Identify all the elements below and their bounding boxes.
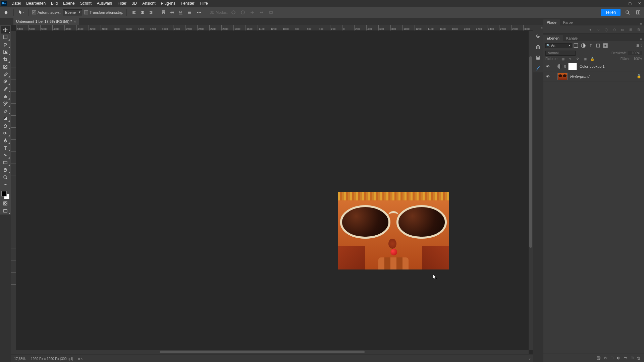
link-layers-icon[interactable]: ⛓ (597, 356, 601, 360)
scroll-left-icon[interactable]: ‹ (81, 356, 83, 361)
pen-tool[interactable] (1, 137, 10, 144)
add-mask-icon[interactable]: ◻ (610, 356, 613, 360)
lock-artboard-icon[interactable]: ▣ (582, 57, 588, 61)
align-bottom-icon[interactable] (177, 9, 184, 16)
clone-stamp-tool[interactable] (1, 93, 10, 100)
dodge-tool[interactable] (1, 129, 10, 137)
fill-input[interactable]: 100% (633, 57, 642, 61)
visibility-toggle-icon[interactable]: 👁 (545, 64, 551, 68)
filter-shape-icon[interactable] (595, 43, 601, 49)
vertical-scrollbar[interactable] (529, 31, 533, 350)
panel-menu-icon[interactable]: ≡ (638, 37, 644, 41)
menu-edit[interactable]: Bearbeiten (23, 0, 48, 6)
filter-type-icon[interactable]: T (588, 43, 594, 49)
delete-path-icon[interactable]: 🗑 (636, 27, 641, 32)
add-mask-icon[interactable]: ▭ (620, 27, 625, 32)
lock-transparency-icon[interactable]: ▦ (560, 57, 566, 61)
lock-position-icon[interactable]: ✥ (575, 57, 580, 61)
tab-channels[interactable]: Kanäle (563, 35, 581, 41)
zoom-tool[interactable] (1, 174, 10, 181)
auto-select-target-dropdown[interactable]: Ebene (63, 9, 82, 15)
layer-row[interactable]: 👁 Hintergrund 🔒 (543, 71, 644, 81)
window-close-icon[interactable]: ✕ (635, 0, 644, 7)
path-selection-tool[interactable] (1, 152, 10, 159)
layer-list[interactable]: 👁 ⛓ Color Lookup 1 👁 Hintergrund 🔒 (543, 61, 644, 354)
frame-tool[interactable] (1, 63, 10, 70)
new-adjustment-icon[interactable]: ◐ (617, 356, 620, 360)
window-minimize-icon[interactable]: — (616, 0, 625, 7)
tab-color[interactable]: Farbe (560, 19, 576, 25)
foreground-color-swatch[interactable] (1, 191, 7, 196)
menu-type[interactable]: Schrift (77, 0, 94, 6)
rectangular-marquee-tool[interactable] (1, 34, 10, 41)
adjustment-layer-icon[interactable] (557, 64, 562, 69)
layer-style-icon[interactable]: fx (604, 356, 607, 360)
zoom-level[interactable]: 17,63% (14, 357, 25, 361)
lock-pixels-icon[interactable]: ✎ (568, 57, 573, 61)
menu-file[interactable]: Datei (9, 0, 23, 6)
layer-name[interactable]: Hintergrund (570, 74, 589, 78)
selection-to-path-icon[interactable]: ◇ (612, 27, 617, 32)
auto-select-checkbox[interactable]: Autom. ausw.: (32, 10, 61, 14)
vertical-ruler[interactable] (11, 31, 16, 354)
filter-toggle-switch[interactable] (636, 44, 642, 47)
more-align-button[interactable]: ••• (195, 9, 203, 16)
new-layer-icon[interactable]: ⊞ (631, 356, 634, 360)
menu-layer[interactable]: Ebene (60, 0, 77, 6)
panel-menu-icon[interactable]: ≡ (638, 21, 644, 25)
layer-thumbnail[interactable] (557, 73, 568, 80)
align-left-icon[interactable] (130, 9, 138, 16)
lasso-tool[interactable] (1, 41, 10, 48)
spot-healing-tool[interactable] (1, 78, 10, 85)
layer-row[interactable]: 👁 ⛓ Color Lookup 1 (543, 61, 644, 71)
filter-smart-icon[interactable] (602, 43, 608, 49)
layer-filter-kind-dropdown[interactable]: Art (545, 43, 572, 48)
align-vcenter-icon[interactable] (168, 9, 176, 16)
horizontal-scrollbar[interactable] (16, 350, 529, 354)
document-tab[interactable]: Unbenannt-1 bei 17,6% (RGB/8) * × (13, 18, 79, 25)
layers-panel-icon[interactable] (534, 43, 542, 51)
object-selection-tool[interactable] (1, 48, 10, 56)
quick-mask-button[interactable] (1, 200, 10, 207)
filter-pixel-icon[interactable] (573, 43, 579, 49)
menu-plugins[interactable]: Plug-ins (158, 0, 178, 6)
layer-name[interactable]: Color Lookup 1 (580, 64, 605, 68)
layer-mask-thumbnail[interactable] (568, 63, 577, 70)
opacity-input[interactable]: 100% (629, 51, 642, 55)
stroke-path-icon[interactable]: ○ (596, 27, 601, 32)
eyedropper-tool[interactable] (1, 70, 10, 78)
menu-filter[interactable]: Filter (115, 0, 129, 6)
curves-panel-icon[interactable] (534, 64, 542, 72)
active-tool-icon[interactable]: ▾ (17, 8, 25, 16)
move-tool[interactable] (1, 26, 10, 34)
tab-layers[interactable]: Ebenen (543, 35, 563, 41)
menu-image[interactable]: Bild (48, 0, 60, 6)
lock-icon[interactable]: 🔒 (637, 74, 641, 78)
share-button[interactable]: Teilen (601, 9, 621, 16)
menu-help[interactable]: Hilfe (197, 0, 211, 6)
align-top-icon[interactable] (160, 9, 167, 16)
brush-tool[interactable] (1, 85, 10, 93)
delete-layer-icon[interactable]: 🗑 (637, 356, 641, 360)
properties-panel-icon[interactable] (534, 54, 542, 62)
new-path-icon[interactable]: ⊞ (628, 27, 633, 32)
close-tab-icon[interactable]: × (74, 19, 76, 23)
workspace-switcher-icon[interactable] (635, 9, 642, 16)
home-button[interactable] (2, 8, 10, 16)
document-info[interactable]: 1920 Px x 1290 Px (300 ppi) (31, 357, 73, 361)
gradient-tool[interactable] (1, 115, 10, 122)
menu-window[interactable]: Fenster (178, 0, 197, 6)
horizontal-ruler[interactable]: 5400520050004800460044004200400038003600… (16, 25, 533, 31)
menu-select[interactable]: Auswahl (94, 0, 115, 6)
visibility-toggle-icon[interactable]: 👁 (545, 74, 551, 78)
align-hcenter-icon[interactable] (139, 9, 146, 16)
blend-mode-dropdown[interactable]: Normal (545, 51, 576, 56)
crop-tool[interactable] (1, 56, 10, 63)
collapse-dock-icon[interactable]: « (541, 26, 543, 29)
search-icon[interactable] (624, 9, 631, 16)
canvas[interactable] (16, 31, 529, 350)
path-to-selection-icon[interactable]: ◌ (604, 27, 609, 32)
lock-all-icon[interactable]: 🔒 (590, 57, 595, 61)
rectangle-shape-tool[interactable] (1, 159, 10, 166)
tab-paths[interactable]: Pfade (543, 19, 560, 25)
